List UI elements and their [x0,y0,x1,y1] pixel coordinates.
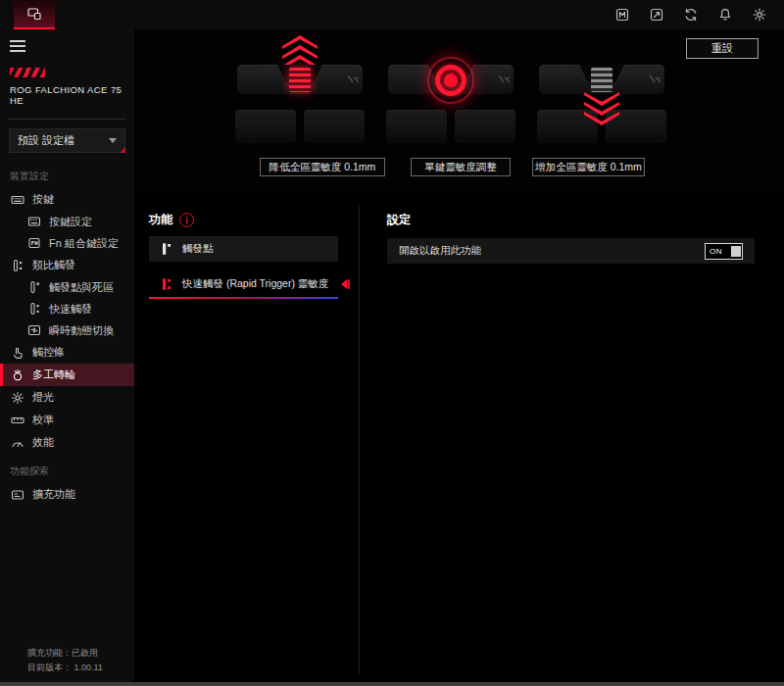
sidebar-item-label: 效能 [32,435,54,450]
sidebar-divider [9,119,125,120]
functions-title: 功能 [149,212,172,228]
sidebar-item-analog-trigger[interactable]: 類比觸發 [0,254,134,276]
sidebar-item-label: 按鍵 [32,192,54,207]
key-settings-icon [26,215,41,229]
increase-sensitivity-button[interactable]: 增加全區靈敏度 0.1mm [532,158,645,176]
switch-stem-red [289,68,311,92]
key-illustration-decrease [227,35,372,159]
sidebar-item-label: 觸控條 [32,345,65,360]
menu-section-feature-discovery: 功能探索 [0,454,134,483]
analog-trigger-icon [10,258,24,272]
sidebar-item-label: 燈光 [32,390,54,405]
sidebar-item-trigger-point-deadzone[interactable]: 觸發點與死區 [0,276,134,298]
functions-list: 觸發點 快速觸發 (Rapid Trigger) 靈敏度 [149,236,338,299]
keycap-row [227,110,372,143]
sidebar-item-label: 快速觸發 [49,302,92,317]
device-name: ROG FALCHION ACE 75 HE [10,84,124,106]
extensions-icon [10,487,24,502]
calibration-icon [10,413,24,427]
sidebar-item-dynamic-switch[interactable]: 瞬時動態切換 [0,319,134,341]
keycap-row [378,110,523,143]
enable-feature-toggle[interactable]: ON [705,243,743,260]
sidebar-item-calibration[interactable]: 校準 [0,409,134,431]
function-item-rapid-trigger[interactable]: 快速觸發 (Rapid Trigger) 靈敏度 [149,270,338,299]
sidebar-footer: 擴充功能：已啟用 目前版本： 1.00.11 [27,646,103,674]
function-item-trigger-point[interactable]: 觸發點 [149,236,338,262]
sync-button[interactable] [682,6,700,24]
sidebar-item-extensions[interactable]: 擴充功能 [0,483,134,506]
gear-icon [752,7,767,23]
bottom-edge-strip [0,682,784,686]
touchbar-icon [10,345,24,360]
settings-title: 設定 [387,212,411,228]
panel-divider [359,205,360,674]
menu-toggle-button[interactable] [10,40,25,52]
sidebar-item-label: Fn 組合鍵設定 [49,236,119,251]
extensions-status: 擴充功能：已啟用 [27,646,103,660]
expand-button[interactable] [648,6,665,24]
topbar-icon-group [613,0,768,29]
sidebar-item-label: 校準 [32,413,54,427]
decrease-sensitivity-button[interactable]: 降低全區靈敏度 0.1mm [260,158,385,176]
sidebar-menu: 裝置設定 按鍵 按鍵設定 Fn 組合鍵設定 [0,159,134,506]
trigger-point-icon [26,280,41,295]
performance-icon [10,435,24,450]
chevron-down-icon [109,138,117,143]
switch-stem-grey [591,68,612,92]
multiwheel-icon [10,368,24,382]
key-illustrations [227,35,674,159]
key-illustration-increase [529,35,674,159]
sidebar-item-multiwheel[interactable]: 多工轉輪 [0,364,134,386]
news-button[interactable] [613,6,631,24]
notifications-button[interactable] [716,6,734,24]
bell-icon [717,7,733,23]
info-icon[interactable]: i [179,213,194,227]
devices-icon [25,6,43,22]
function-item-label: 快速觸發 (Rapid Trigger) 靈敏度 [182,277,328,291]
sidebar-item-rapid-trigger[interactable]: 快速觸發 [0,298,134,319]
sync-icon [683,7,699,23]
trigger-point-icon [158,241,173,257]
sidebar-item-label: 類比觸發 [32,258,75,272]
sidebar-item-lighting[interactable]: 燈光 [0,386,134,409]
reset-button[interactable]: 重設 [686,38,759,59]
sidebar-item-label: 觸發點與死區 [49,280,114,295]
single-key-sensitivity-button[interactable]: 單鍵靈敏度調整 [411,158,511,176]
news-icon [614,7,630,23]
hero-section: 重設 [134,29,784,191]
sidebar-item-touchbar[interactable]: 觸控條 [0,341,134,364]
menu-section-device-settings: 裝置設定 [0,159,134,188]
firmware-version: 目前版本： 1.00.11 [27,661,103,674]
profile-dropdown[interactable]: 預設 設定檔 [9,128,125,153]
rapid-trigger-icon [158,276,173,292]
device-tab[interactable] [14,0,55,29]
sidebar-item-fn-keys[interactable]: Fn 組合鍵設定 [0,232,134,254]
dynamic-switch-icon [26,323,41,338]
toggle-state-label: ON [706,247,722,256]
rog-eye-mark [346,74,362,85]
expand-icon [649,7,664,23]
sidebar-item-performance[interactable]: 效能 [0,431,134,454]
key-illustration-single-key [378,35,523,159]
rog-eye-mark [497,74,513,85]
function-item-label: 觸發點 [182,242,214,256]
rog-slashes-logo [10,68,45,77]
settings-button[interactable] [751,6,768,24]
toggle-knob [731,246,741,257]
sidebar-item-label: 擴充功能 [32,487,75,502]
sidebar-item-keys[interactable]: 按鍵 [0,188,134,211]
keyboard-icon [10,192,24,207]
rapid-trigger-icon [26,302,41,317]
armoury-crate-window: ROG FALCHION ACE 75 HE 預設 設定檔 裝置設定 按鍵 按鍵… [0,0,784,686]
top-bar [0,0,784,29]
content-panels: 功能 i 觸發點 快速觸發 (Rapid Trigger) 靈敏度 設定 開啟以… [134,191,784,682]
sidebar-item-label: 多工轉輪 [32,368,75,382]
target-rings-icon [427,57,474,104]
sidebar-item-key-settings[interactable]: 按鍵設定 [0,211,134,232]
enable-feature-row: 開啟以啟用此功能 ON [387,238,755,264]
profile-dropdown-value: 預設 設定檔 [18,133,74,148]
fn-keys-icon [26,236,41,251]
collapse-panel-icon[interactable] [337,276,353,292]
chevrons-down-icon [584,96,619,125]
sidebar-item-label: 按鍵設定 [49,215,92,229]
